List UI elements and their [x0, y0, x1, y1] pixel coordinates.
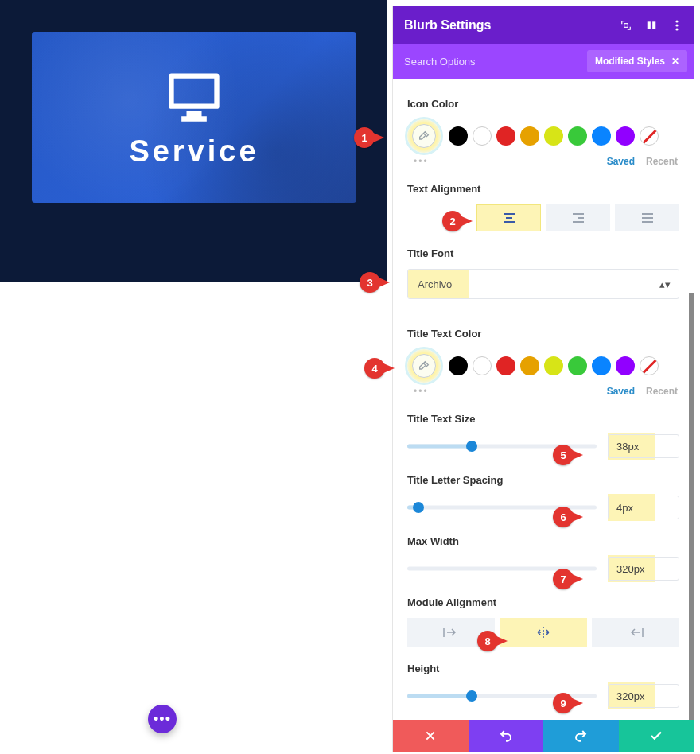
swatch-none[interactable] — [640, 356, 659, 375]
module-alignment-section: Module Alignment — [407, 597, 679, 647]
icon-color-label: Icon Color — [407, 98, 679, 110]
scrollbar[interactable] — [689, 293, 694, 722]
undo-button[interactable] — [469, 720, 544, 752]
height-input[interactable]: 320px — [608, 684, 679, 708]
title-letter-spacing-input[interactable]: 4px — [608, 496, 679, 519]
align-justify-button[interactable] — [615, 204, 679, 231]
modified-styles-label: Modified Styles — [595, 56, 665, 67]
height-section: Height 320px — [407, 663, 679, 708]
swatch-blue[interactable] — [592, 356, 611, 375]
save-button[interactable] — [619, 720, 694, 752]
callout-4: 4 — [364, 358, 396, 383]
module-alignment-label: Module Alignment — [407, 597, 679, 608]
title-font-select[interactable]: Archivo ▴▾ — [407, 269, 679, 299]
blurb-card: Service — [32, 32, 356, 203]
more-icon[interactable]: ••• — [414, 386, 429, 397]
svg-point-5 — [675, 28, 678, 30]
max-width-label: Max Width — [407, 535, 679, 547]
swatch-green[interactable] — [568, 126, 587, 146]
title-text-color-section: Title Text Color ••• SavedRec — [407, 328, 679, 397]
title-text-size-section: Title Text Size 38px — [407, 413, 679, 458]
fab-more-button[interactable]: ••• — [148, 705, 177, 733]
swatch-blue[interactable] — [592, 126, 611, 146]
module-align-center[interactable] — [500, 618, 587, 647]
svg-point-3 — [675, 20, 678, 22]
search-options[interactable]: Search Options — [393, 56, 487, 68]
height-label: Height — [407, 663, 679, 674]
max-width-section: Max Width 320px — [407, 535, 679, 581]
eyedropper-icon — [412, 124, 436, 148]
chevron-updown-icon: ▴▾ — [659, 278, 671, 290]
svg-point-4 — [675, 24, 678, 26]
icon-color-swatches — [407, 119, 679, 153]
title-text-size-input[interactable]: 38px — [608, 434, 679, 458]
swatch-orange[interactable] — [520, 356, 539, 375]
settings-panel: Blurb Settings Search Options Modified S… — [392, 6, 694, 752]
title-letter-spacing-label: Title Letter Spacing — [407, 474, 679, 486]
title-font-label: Title Font — [407, 247, 679, 259]
panel-title: Blurb Settings — [404, 18, 620, 33]
swatch-green[interactable] — [568, 356, 587, 375]
saved-tab[interactable]: Saved — [607, 386, 635, 397]
swatch-none[interactable] — [640, 126, 659, 146]
swatch-yellow[interactable] — [544, 126, 563, 146]
title-font-section: Title Font Archivo ▴▾ — [407, 247, 679, 299]
text-alignment-label: Text Alignment — [407, 183, 679, 195]
align-right-button[interactable] — [546, 204, 610, 231]
title-text-size-slider[interactable] — [407, 438, 597, 454]
text-alignment-section: Text Alignment — [407, 183, 679, 231]
more-vertical-icon[interactable] — [671, 20, 682, 31]
title-text-color-swatches — [407, 349, 679, 383]
panel-header: Blurb Settings — [393, 6, 694, 44]
recent-tab[interactable]: Recent — [646, 386, 678, 397]
discard-button[interactable] — [393, 720, 469, 752]
swatch-white[interactable] — [472, 126, 492, 146]
max-width-input[interactable]: 320px — [608, 557, 679, 581]
icon-color-section: Icon Color ••• SavedRecent — [407, 98, 679, 167]
title-letter-spacing-slider[interactable] — [407, 499, 597, 515]
desktop-icon — [158, 66, 230, 126]
svg-rect-2 — [652, 21, 655, 29]
modified-styles-pill[interactable]: Modified Styles ✕ — [587, 50, 687, 72]
swatch-yellow[interactable] — [544, 356, 563, 375]
module-alignment-options — [407, 618, 679, 647]
max-width-slider[interactable] — [407, 561, 597, 577]
svg-rect-0 — [624, 23, 628, 27]
swatch-purple[interactable] — [616, 356, 635, 375]
card-title: Service — [129, 134, 259, 169]
module-align-right[interactable] — [592, 618, 679, 647]
close-icon[interactable]: ✕ — [671, 56, 679, 67]
panel-body: Icon Color ••• SavedRecent — [393, 79, 694, 720]
eyedropper-button[interactable] — [407, 119, 441, 153]
saved-tab[interactable]: Saved — [607, 156, 635, 167]
title-letter-spacing-section: Title Letter Spacing 4px — [407, 474, 679, 519]
title-text-color-label: Title Text Color — [407, 328, 679, 340]
redo-button[interactable] — [543, 720, 619, 752]
svg-rect-1 — [648, 21, 651, 29]
module-align-left[interactable] — [407, 618, 495, 647]
height-slider[interactable] — [407, 688, 597, 704]
swatch-black[interactable] — [449, 126, 468, 146]
action-bar — [393, 720, 694, 752]
panel-subheader: Search Options Modified Styles ✕ — [393, 44, 694, 79]
preview-area: Service — [0, 0, 387, 282]
columns-icon[interactable] — [646, 20, 657, 31]
swatch-purple[interactable] — [616, 126, 635, 146]
eyedropper-button[interactable] — [407, 349, 441, 383]
more-icon[interactable]: ••• — [414, 156, 429, 167]
eyedropper-icon — [412, 354, 436, 378]
swatch-white[interactable] — [472, 356, 492, 375]
expand-icon[interactable] — [620, 20, 632, 31]
title-font-value: Archivo — [408, 278, 452, 290]
align-center-button[interactable] — [476, 204, 541, 231]
text-alignment-options — [407, 204, 679, 231]
swatch-red[interactable] — [496, 126, 515, 146]
title-text-size-label: Title Text Size — [407, 413, 679, 425]
swatch-black[interactable] — [449, 356, 468, 375]
swatch-orange[interactable] — [520, 126, 539, 146]
recent-tab[interactable]: Recent — [646, 156, 678, 167]
swatch-red[interactable] — [496, 356, 515, 375]
